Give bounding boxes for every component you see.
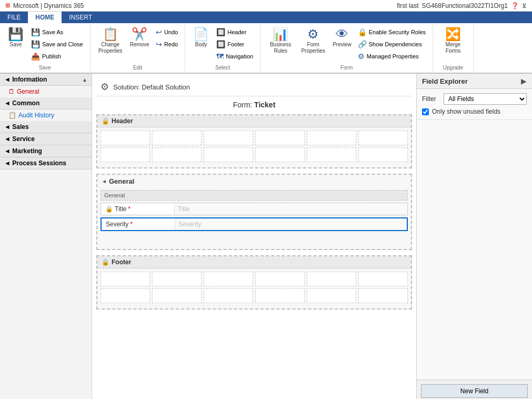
save-as-icon: 💾 xyxy=(31,28,40,36)
change-properties-button[interactable]: 📋 Change Properties xyxy=(95,26,126,56)
ms-logo: ⊞ xyxy=(5,2,10,9)
form-title: Form: Ticket xyxy=(96,101,412,109)
sidebar-section-process-sessions[interactable]: ◄ Process Sessions xyxy=(0,157,92,169)
undo-button[interactable]: ↩ Undo xyxy=(153,26,180,38)
solution-text: Solution: Default Solution xyxy=(113,83,190,91)
enable-security-label: Enable Security Roles xyxy=(369,29,426,35)
form-properties-button[interactable]: ⚙ Form Properties xyxy=(297,26,329,56)
managed-properties-button[interactable]: ⚙ Managed Properties xyxy=(355,51,428,62)
header-section-header: 🔒 Header xyxy=(97,115,411,127)
header-label: Header xyxy=(227,29,246,35)
redo-button[interactable]: ↪ Redo xyxy=(153,38,180,50)
save-as-button[interactable]: 💾 Save As xyxy=(28,26,86,38)
general-icon: 🗒 xyxy=(8,88,15,95)
show-deps-icon: 🔗 xyxy=(358,40,367,48)
form-group-items: 📊 Business Rules ⚙ Form Properties 👁 Pre… xyxy=(265,26,428,69)
show-dependencies-button[interactable]: 🔗 Show Dependencies xyxy=(355,38,428,50)
sidebar-item-audit-history[interactable]: 📋 Audit History xyxy=(0,109,92,121)
sidebar-section-service[interactable]: ◄ Service xyxy=(0,133,92,145)
header-cell-6[interactable] xyxy=(358,131,408,145)
field-explorer-expand-icon[interactable]: ▶ xyxy=(521,77,527,85)
main-layout: ◄ Information ▲ 🗒 General ◄ Common 📋 Aud… xyxy=(0,74,532,399)
footer-cell-5[interactable] xyxy=(307,272,356,286)
footer-cell-2[interactable] xyxy=(152,272,202,286)
enable-security-button[interactable]: 🔒 Enable Security Roles xyxy=(355,26,428,38)
username: first last xyxy=(397,2,418,9)
severity-required-star: * xyxy=(130,221,133,228)
body-button[interactable]: 📄 Body xyxy=(189,26,213,49)
footer-cell-12[interactable] xyxy=(358,288,408,303)
sidebar-item-general[interactable]: 🗒 General xyxy=(0,86,92,97)
sidebar-section-sales[interactable]: ◄ Sales xyxy=(0,121,92,133)
filter-checkbox-row: Only show unused fields xyxy=(422,108,527,115)
save-label: Save xyxy=(10,42,22,48)
footer-cell-1[interactable] xyxy=(101,272,150,286)
filter-label: Filter xyxy=(422,95,440,103)
severity-field-input[interactable]: Severity xyxy=(175,218,407,230)
footer-cell-4[interactable] xyxy=(255,272,305,286)
footer-cell-3[interactable] xyxy=(204,272,253,286)
filter-select[interactable]: All Fields xyxy=(444,93,527,105)
save-group-items: 💾 Save 💾 Save As 💾 Save and Close 📤 Publ… xyxy=(4,26,86,69)
sidebar: ◄ Information ▲ 🗒 General ◄ Common 📋 Aud… xyxy=(0,74,92,399)
only-unused-checkbox[interactable] xyxy=(422,108,429,115)
business-rules-button[interactable]: 📊 Business Rules xyxy=(265,26,296,56)
header-cell-12[interactable] xyxy=(358,147,408,162)
save-close-icon: 💾 xyxy=(31,40,40,48)
header-cell-9[interactable] xyxy=(204,147,253,162)
header-lock-icon: 🔒 xyxy=(102,117,109,125)
merge-forms-label: Merge Forms xyxy=(440,42,466,54)
header-cell-11[interactable] xyxy=(307,147,356,162)
footer-button[interactable]: 🔲 Footer xyxy=(214,38,256,50)
footer-icon: 🔲 xyxy=(216,40,225,48)
new-field-button[interactable]: New Field xyxy=(421,384,528,398)
header-cell-7[interactable] xyxy=(101,147,150,162)
form-props-icon: ⚙ xyxy=(307,28,319,41)
footer-section-label: Footer xyxy=(112,258,131,266)
general-tab[interactable]: General xyxy=(101,190,408,201)
field-explorer-header: Field Explorer ▶ xyxy=(417,74,532,89)
footer-cell-7[interactable] xyxy=(101,288,150,303)
upgrade-group-label: Upgrade xyxy=(433,65,473,71)
save-button[interactable]: 💾 Save xyxy=(4,26,27,49)
save-sub-buttons: 💾 Save As 💾 Save and Close 📤 Publish xyxy=(28,26,86,62)
footer-cell-10[interactable] xyxy=(255,288,305,303)
footer-cell-8[interactable] xyxy=(152,288,202,303)
header-cell-5[interactable] xyxy=(307,131,356,145)
remove-button[interactable]: ✂️ Remove xyxy=(127,26,152,49)
sidebar-section-information[interactable]: ◄ Information ▲ xyxy=(0,74,92,86)
sidebar-section-marketing[interactable]: ◄ Marketing xyxy=(0,145,92,157)
header-cell-8[interactable] xyxy=(152,147,202,162)
publish-button[interactable]: 📤 Publish xyxy=(28,51,86,62)
information-collapse-icon: ▲ xyxy=(82,77,87,83)
merge-forms-button[interactable]: 🔀 Merge Forms xyxy=(437,26,469,56)
tab-insert[interactable]: INSERT xyxy=(62,12,99,23)
header-cell-2[interactable] xyxy=(152,131,202,145)
change-props-icon: 📋 xyxy=(103,28,118,41)
edit-group-label: Edit xyxy=(91,65,185,71)
field-explorer-footer: New Field xyxy=(417,380,532,399)
undo-icon: ↩ xyxy=(156,28,162,36)
footer-cell-9[interactable] xyxy=(204,288,253,303)
header-cell-10[interactable] xyxy=(255,147,305,162)
header-button[interactable]: 🔲 Header xyxy=(214,26,256,38)
save-close-button[interactable]: 💾 Save and Close xyxy=(28,38,86,50)
help-icon[interactable]: ❓ xyxy=(511,2,519,9)
header-cell-1[interactable] xyxy=(101,131,150,145)
footer-cell-11[interactable] xyxy=(307,288,356,303)
footer-cell-6[interactable] xyxy=(358,272,408,286)
audit-history-label: Audit History xyxy=(18,112,54,119)
header-cell-4[interactable] xyxy=(255,131,305,145)
title-field-input[interactable]: Title xyxy=(175,203,407,215)
navigation-label: Navigation xyxy=(226,53,253,59)
header-cell-3[interactable] xyxy=(204,131,253,145)
expand-icon[interactable]: ⊻ xyxy=(522,2,527,9)
tab-home[interactable]: HOME xyxy=(28,12,62,23)
preview-button[interactable]: 👁 Preview xyxy=(330,26,354,49)
header-section-label: Header xyxy=(112,117,133,125)
navigation-button[interactable]: 🗺 Navigation xyxy=(214,51,256,62)
general-tab-label: General xyxy=(104,192,125,198)
sidebar-section-common[interactable]: ◄ Common xyxy=(0,97,92,109)
title-placeholder: Title xyxy=(178,205,189,213)
tab-file[interactable]: FILE xyxy=(0,12,28,23)
